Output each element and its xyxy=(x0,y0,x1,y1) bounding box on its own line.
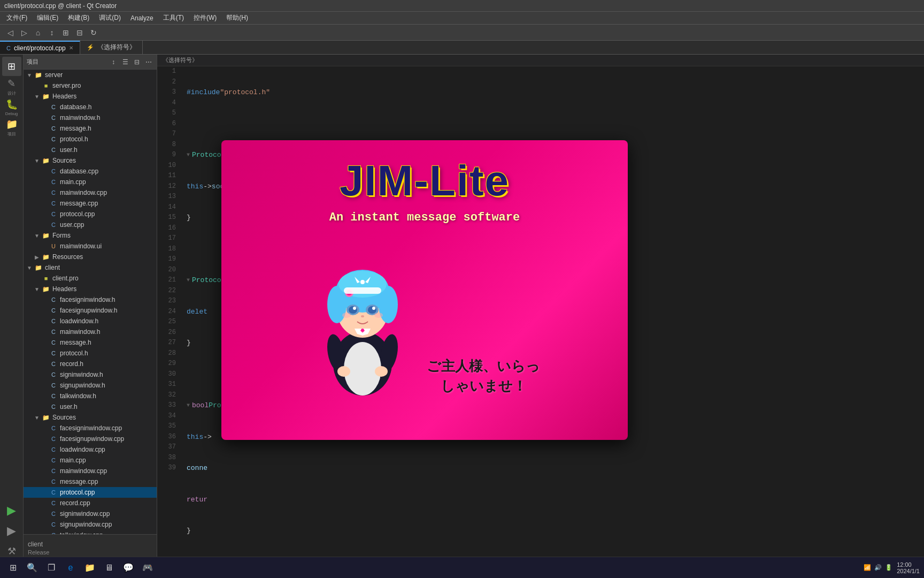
search-taskbar-button[interactable]: 🔍 xyxy=(24,559,41,576)
tree-item-loadwindow-cpp[interactable]: C loadwindow.cpp xyxy=(24,444,157,455)
tree-item-server-sources[interactable]: ▼ 📁 Sources xyxy=(24,155,157,166)
file-icon-signinwindow-h: C xyxy=(49,370,58,379)
toolbar-btn-4[interactable]: ↻ xyxy=(88,27,99,39)
tree-item-user-h-c[interactable]: C user.h xyxy=(24,401,157,412)
tree-item-message-h[interactable]: C message.h xyxy=(24,123,157,134)
menu-debug[interactable]: 调试(D) xyxy=(95,12,125,24)
tree-item-mainwindow-cpp-c[interactable]: C mainwindow.cpp xyxy=(24,466,157,476)
tree-item-client-pro[interactable]: ■ client.pro xyxy=(24,273,157,284)
tree-item-user-cpp-s[interactable]: C user.cpp xyxy=(24,219,157,230)
menu-help[interactable]: 帮助(H) xyxy=(222,12,252,24)
tab-close-button[interactable]: ✕ xyxy=(69,45,73,51)
menu-analyze[interactable]: Analyze xyxy=(126,13,158,23)
menu-file[interactable]: 文件(F) xyxy=(2,12,32,24)
tree-item-client[interactable]: ▼ 📁 client xyxy=(24,262,157,273)
tree-item-signupwindow-cpp[interactable]: C signupwindow.cpp xyxy=(24,519,157,530)
tree-item-loadwindow-h[interactable]: C loadwindow.h xyxy=(24,316,157,326)
app1-taskbar[interactable]: 🖥 xyxy=(101,559,118,576)
tree-item-mainwindow-cpp-s[interactable]: C mainwindow.cpp xyxy=(24,187,157,198)
tree-item-database-cpp[interactable]: C database.cpp xyxy=(24,166,157,177)
tree-label-protocol-h-c: protocol.h xyxy=(60,349,88,357)
sidebar-icon-debug[interactable]: 🐛 Debug xyxy=(2,97,21,117)
explorer-taskbar[interactable]: 📁 xyxy=(81,559,98,576)
taskbar-left: ⊞ 🔍 ❐ e 📁 🖥 💬 🎮 xyxy=(4,559,156,576)
toolbar-btn-1[interactable]: ↕ xyxy=(46,27,58,39)
file-icon-message-cpp-s: C xyxy=(49,199,58,208)
svg-point-21 xyxy=(361,315,364,317)
tree-item-facesigninwindow-h[interactable]: C facesigninwindow.h xyxy=(24,294,157,305)
filter-btn[interactable]: ☰ xyxy=(120,57,130,67)
menu-build[interactable]: 构建(B) xyxy=(64,12,94,24)
editor-area: 《选择符号》 1 2 3 4 5 6 7 8 9 10 11 12 13 14 … xyxy=(157,55,924,561)
tree-item-protocol-h[interactable]: C protocol.h xyxy=(24,134,157,144)
tab-icon-symbol: ⚡ xyxy=(87,44,94,51)
sidebar-icon-design[interactable]: ✎ 设计 xyxy=(2,77,21,96)
tree-item-client-headers[interactable]: ▼ 📁 Headers xyxy=(24,284,157,294)
tree-item-message-cpp-c[interactable]: C message.cpp xyxy=(24,476,157,487)
sidebar-icon-step[interactable]: ▶ xyxy=(2,521,21,541)
tree-item-main-cpp-s[interactable]: C main.cpp xyxy=(24,177,157,187)
expand-server-headers: ▼ xyxy=(33,94,41,100)
home-button[interactable]: ⌂ xyxy=(32,27,44,39)
menu-controls[interactable]: 控件(W) xyxy=(189,12,221,24)
tree-item-facesigninwindow-cpp[interactable]: C facesigninwindow.cpp xyxy=(24,423,157,434)
tree-item-client-sources[interactable]: ▼ 📁 Sources xyxy=(24,412,157,423)
app3-taskbar[interactable]: 🎮 xyxy=(139,559,156,576)
tree-item-talkwindow-h[interactable]: C talkwindow.h xyxy=(24,391,157,401)
tree-item-server[interactable]: ▼ 📁 server xyxy=(24,70,157,80)
tree-item-mainwindow-h[interactable]: C mainwindow.h xyxy=(24,112,157,123)
menubar: 文件(F) 编辑(E) 构建(B) 调试(D) Analyze 工具(T) 控件… xyxy=(0,12,924,25)
file-icon-loadwindow-h: C xyxy=(49,317,58,325)
tree-item-database-h[interactable]: C database.h xyxy=(24,102,157,112)
tree-item-record-cpp[interactable]: C record.cpp xyxy=(24,498,157,508)
tree-item-talkwindow-cpp[interactable]: C talkwindow.cpp xyxy=(24,530,157,534)
folder-icon-server-forms: 📁 xyxy=(42,231,50,240)
tree-item-message-h-c[interactable]: C message.h xyxy=(24,337,157,348)
svg-point-19 xyxy=(353,307,356,310)
tree-item-server-headers[interactable]: ▼ 📁 Headers xyxy=(24,91,157,102)
tab-symbol[interactable]: ⚡ 《选择符号》 xyxy=(80,41,143,54)
line-numbers: 1 2 3 4 5 6 7 8 9 10 11 12 13 14 15 16 1… xyxy=(157,66,181,561)
tree-item-facesignupwindow-h[interactable]: C facesignupwindow.h xyxy=(24,305,157,316)
sync-btn[interactable]: ↕ xyxy=(109,57,118,67)
tree-item-server-pro[interactable]: ■ server.pro xyxy=(24,80,157,91)
tree-item-protocol-h-c[interactable]: C protocol.h xyxy=(24,348,157,359)
tree-item-signinwindow-cpp[interactable]: C signinwindow.cpp xyxy=(24,508,157,519)
tree-label-client-sources: Sources xyxy=(52,414,76,421)
tree-item-facesignupwindow-cpp[interactable]: C facesignupwindow.cpp xyxy=(24,434,157,444)
titlebar-text: client/protocol.cpp @ client - Qt Creato… xyxy=(4,2,117,10)
forward-button[interactable]: ▷ xyxy=(18,27,30,39)
toolbar-btn-3[interactable]: ⊟ xyxy=(74,27,86,39)
tree-item-mainwindow-ui[interactable]: U mainwindow.ui xyxy=(24,241,157,252)
ln-6: 6 xyxy=(159,119,176,130)
tree-item-main-cpp-c[interactable]: C main.cpp xyxy=(24,455,157,466)
tree-item-signupwindow-h[interactable]: C signupwindow.h xyxy=(24,380,157,391)
tree-item-message-cpp-s[interactable]: C message.cpp xyxy=(24,198,157,209)
toolbar-btn-2[interactable]: ⊞ xyxy=(60,27,72,39)
back-button[interactable]: ◁ xyxy=(4,27,16,39)
tree-item-record-h[interactable]: C record.h xyxy=(24,359,157,369)
tree-label-protocol-cpp-s: protocol.cpp xyxy=(60,210,95,218)
tree-item-server-resources[interactable]: ▶ 📁 Resources xyxy=(24,252,157,262)
sidebar-icon-project[interactable]: 📁 项目 xyxy=(2,118,21,137)
menu-edit[interactable]: 编辑(E) xyxy=(33,12,63,24)
tree-item-mainwindow-h-c[interactable]: C mainwindow.h xyxy=(24,326,157,337)
tree-item-user-h[interactable]: C user.h xyxy=(24,144,157,155)
tree-item-protocol-cpp-s[interactable]: C protocol.cpp xyxy=(24,209,157,219)
tab-protocol-cpp[interactable]: C client/protocol.cpp ✕ xyxy=(0,41,80,54)
start-button[interactable]: ⊞ xyxy=(4,559,21,576)
tree-item-protocol-cpp-c[interactable]: C protocol.cpp xyxy=(24,487,157,498)
sidebar-icons: ⊞ ✎ 设计 🐛 Debug 📁 项目 ▶ ▶ ⚒ xyxy=(0,55,24,561)
collapse-btn[interactable]: ⊟ xyxy=(132,57,142,67)
app2-taskbar[interactable]: 💬 xyxy=(120,559,137,576)
more-btn[interactable]: ⋯ xyxy=(144,57,153,67)
tree-item-signinwindow-h[interactable]: C signinwindow.h xyxy=(24,369,157,380)
sidebar-icon-explorer[interactable]: ⊞ xyxy=(2,57,21,76)
task-view-button[interactable]: ❐ xyxy=(43,559,60,576)
menu-tools[interactable]: 工具(T) xyxy=(159,12,188,24)
folder-icon-client: 📁 xyxy=(34,263,43,272)
tree-item-server-forms[interactable]: ▼ 📁 Forms xyxy=(24,230,157,241)
sidebar-icon-run[interactable]: ▶ xyxy=(2,501,21,520)
edge-button[interactable]: e xyxy=(62,559,79,576)
tree-label-server-resources: Resources xyxy=(52,253,83,261)
